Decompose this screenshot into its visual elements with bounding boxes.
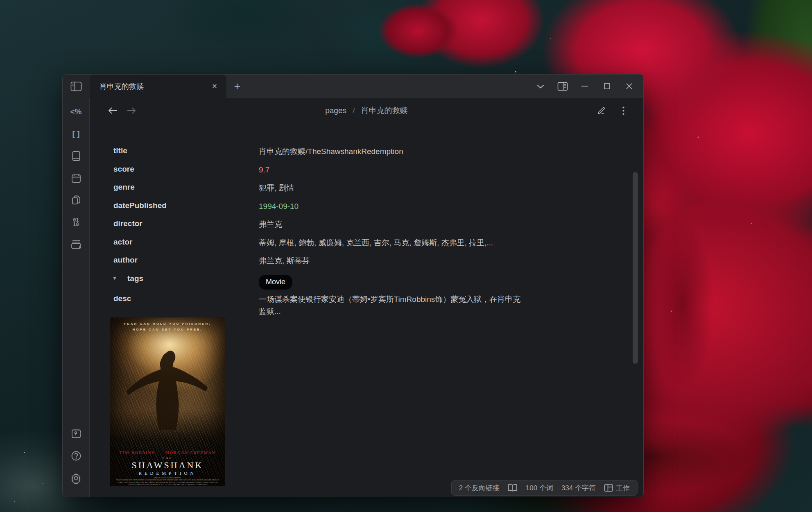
panel-left-icon bbox=[70, 82, 82, 91]
attr-value[interactable]: 1994-09-10 bbox=[259, 197, 299, 213]
attr-value[interactable]: 弗兰克 bbox=[259, 215, 282, 231]
widget-icon[interactable]: [ ] bbox=[68, 126, 84, 142]
more-options-button[interactable] bbox=[616, 104, 630, 118]
kebab-menu-icon bbox=[622, 106, 624, 115]
poster-title-sub: REDEMPTION bbox=[110, 471, 225, 476]
workspace-name: 工作 bbox=[616, 483, 630, 493]
chevron-down-icon bbox=[537, 84, 544, 88]
edit-mode-button[interactable] bbox=[595, 104, 609, 118]
status-bar: 2 个反向链接 100 个词 334 个字符 工作 bbox=[451, 480, 638, 496]
attr-row-author[interactable]: author 弗兰克, 斯蒂芬 bbox=[90, 251, 643, 270]
attr-value[interactable]: 犯罪, 剧情 bbox=[259, 178, 294, 194]
workspace-switcher[interactable]: 工作 bbox=[604, 483, 630, 493]
new-tab-button[interactable]: + bbox=[226, 75, 248, 98]
tab-title: 肖申克的救赎 bbox=[100, 82, 208, 91]
attr-value[interactable]: 一场谋杀案使银行家安迪（蒂姆•罗宾斯TimRobbins饰）蒙冤入狱，在肖申克监… bbox=[259, 290, 525, 318]
attr-value[interactable]: 肖申克的救赎/TheShawshankRedemption bbox=[259, 142, 403, 158]
window-controls bbox=[529, 75, 643, 98]
breadcrumb: pages / 肖申克的救赎 bbox=[90, 105, 643, 116]
bookmark-icon[interactable] bbox=[68, 148, 84, 164]
attr-value[interactable]: 弗兰克, 斯蒂芬 bbox=[259, 251, 310, 267]
tab-shawshank[interactable]: 肖申克的救赎 ✕ bbox=[90, 75, 226, 98]
editor-pane: pages / 肖申克的救赎 bbox=[90, 98, 643, 497]
attribute-table: title 肖申克的救赎/TheShawshankRedemption scor… bbox=[90, 142, 643, 318]
titlebar-drag-area[interactable] bbox=[248, 75, 529, 98]
attr-row-actor[interactable]: actor 蒂姆, 摩根, 鲍勃, 威廉姆, 克兰西, 吉尔, 马克, 詹姆斯,… bbox=[90, 233, 643, 251]
help-icon[interactable] bbox=[68, 448, 84, 464]
tab-menu-chevron-button[interactable] bbox=[529, 75, 552, 98]
left-dock: <% [ ] 01 10 bbox=[63, 98, 90, 497]
add-to-deck-icon[interactable] bbox=[68, 236, 84, 253]
panel-right-icon bbox=[557, 82, 568, 91]
attr-key: ▾ tags bbox=[90, 270, 259, 288]
dock-toggle-button[interactable] bbox=[63, 75, 90, 98]
settings-gear-icon[interactable] bbox=[68, 470, 84, 486]
template-icon[interactable]: <% bbox=[68, 104, 84, 120]
reading-mode-button[interactable] bbox=[508, 484, 518, 492]
word-count: 100 个词 bbox=[526, 483, 553, 493]
breadcrumb-parent[interactable]: pages bbox=[325, 106, 346, 115]
maximize-button[interactable] bbox=[596, 75, 618, 98]
copy-pages-icon[interactable] bbox=[68, 192, 84, 208]
tab-close-icon[interactable]: ✕ bbox=[208, 80, 221, 93]
lock-safe-icon[interactable] bbox=[68, 426, 84, 442]
attr-row-datePublished[interactable]: datePublished 1994-09-10 bbox=[90, 197, 643, 215]
attr-row-score[interactable]: score 9.7 bbox=[90, 160, 643, 179]
close-icon bbox=[626, 83, 632, 89]
toggle-right-panel-button[interactable] bbox=[552, 75, 574, 98]
backlinks-count[interactable]: 2 个反向链接 bbox=[459, 483, 500, 493]
attr-row-genre[interactable]: genre 犯罪, 剧情 bbox=[90, 178, 643, 197]
poster-actor-names: TIM ROBBINS MORGAN FREEMAN bbox=[110, 451, 225, 455]
app-window: 肖申克的救赎 ✕ + bbox=[62, 74, 644, 497]
attr-key-label: tags bbox=[127, 274, 143, 283]
scrollbar-thumb[interactable] bbox=[633, 172, 638, 364]
poster-tagline: FEAR CAN HOLD YOU PRISONER. HOPE CAN SET… bbox=[110, 321, 225, 333]
attr-key: author bbox=[90, 251, 259, 270]
binary-bottom: 10 bbox=[73, 222, 79, 227]
attr-key: score bbox=[90, 160, 259, 179]
attr-row-tags[interactable]: ▾ tags Movie bbox=[90, 270, 643, 290]
attr-key: title bbox=[90, 142, 259, 160]
calendar-icon[interactable] bbox=[68, 170, 84, 186]
attr-value[interactable]: 蒂姆, 摩根, 鲍勃, 威廉姆, 克兰西, 吉尔, 马克, 詹姆斯, 杰弗里, … bbox=[259, 233, 493, 249]
maximize-icon bbox=[604, 83, 610, 89]
attr-row-director[interactable]: director 弗兰克 bbox=[90, 215, 643, 233]
poster-title-main: SHAWSHANK bbox=[110, 460, 225, 471]
tag-movie[interactable]: Movie bbox=[259, 275, 292, 290]
minimize-icon bbox=[581, 86, 588, 87]
poster-title-the: THE bbox=[110, 457, 225, 460]
document-toolbar: pages / 肖申克的救赎 bbox=[90, 98, 643, 123]
forward-button[interactable] bbox=[125, 104, 138, 117]
workspace-layout-icon bbox=[604, 484, 613, 492]
breadcrumb-current[interactable]: 肖申克的救赎 bbox=[361, 106, 408, 115]
back-button[interactable] bbox=[106, 104, 119, 117]
movie-poster-image[interactable]: FEAR CAN HOLD YOU PRISONER. HOPE CAN SET… bbox=[110, 317, 225, 486]
breadcrumb-separator: / bbox=[353, 106, 355, 115]
titlebar: 肖申克的救赎 ✕ + bbox=[63, 75, 643, 98]
poster-credits: CASTLE ROCK ENTERTAINMENT FRANK DARABONT… bbox=[110, 477, 225, 486]
binary-flashcard-icon[interactable]: 01 10 bbox=[68, 214, 84, 231]
minimize-button[interactable] bbox=[574, 75, 596, 98]
attr-row-desc[interactable]: desc 一场谋杀案使银行家安迪（蒂姆•罗宾斯TimRobbins饰）蒙冤入狱，… bbox=[90, 290, 643, 318]
pencil-icon bbox=[597, 106, 606, 115]
close-window-button[interactable] bbox=[618, 75, 640, 98]
collapse-arrow-icon[interactable]: ▾ bbox=[113, 275, 116, 281]
attr-key: director bbox=[90, 215, 259, 233]
attr-key: datePublished bbox=[90, 197, 259, 215]
attr-row-title[interactable]: title 肖申克的救赎/TheShawshankRedemption bbox=[90, 142, 643, 160]
char-count: 334 个字符 bbox=[561, 483, 596, 493]
open-book-icon bbox=[508, 484, 518, 492]
attr-key: desc bbox=[90, 290, 259, 308]
attr-value[interactable]: 9.7 bbox=[259, 160, 269, 176]
attr-key: genre bbox=[90, 178, 259, 197]
attr-key: actor bbox=[90, 233, 259, 251]
